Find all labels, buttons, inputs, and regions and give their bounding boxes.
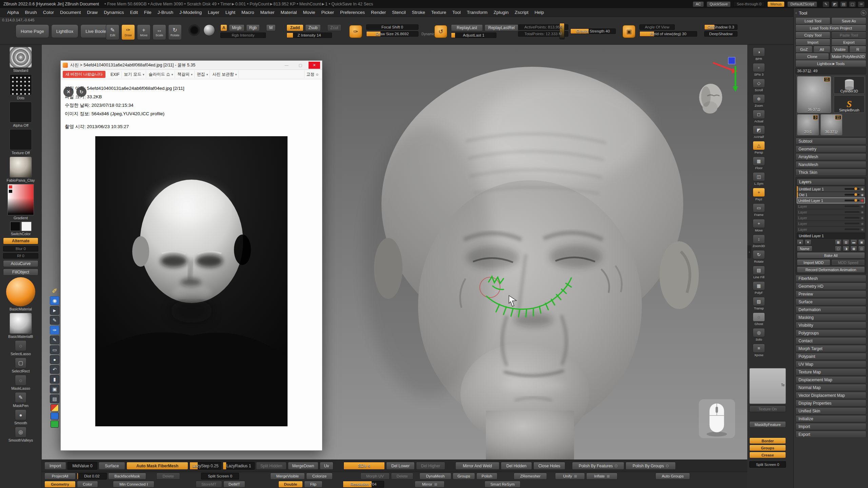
- shelf-zoom[interactable]: ⊕Zoom: [751, 94, 767, 107]
- material-basic[interactable]: BasicMaterial: [6, 277, 35, 311]
- menu-j-brush[interactable]: J-Brush: [154, 9, 176, 16]
- layer-intensity-slider[interactable]: [845, 194, 860, 196]
- layer-intensity-slider[interactable]: [845, 211, 860, 213]
- defaultzscript-button[interactable]: DefaultZScript: [787, 1, 817, 7]
- stroke-dots[interactable]: Dots: [9, 74, 32, 100]
- z-intensity-14-slider[interactable]: Z Intensity 14: [287, 33, 332, 38]
- auto-mask-fibermesh-button[interactable]: Auto Mask FiberMesh: [126, 462, 188, 470]
- tray-blur-0[interactable]: Blur 0: [3, 246, 38, 251]
- m-button[interactable]: M: [266, 24, 276, 31]
- layer-row[interactable]: Untitled Layer 1: [797, 198, 865, 203]
- section-initialize[interactable]: Initialize: [795, 415, 866, 422]
- lazystep-0-25-slider[interactable]: LazyStep 0.25: [190, 462, 221, 470]
- pv-menu-item[interactable]: 보기 모드▾: [122, 70, 146, 78]
- shelf-xpose[interactable]: ≡Xpose: [751, 344, 767, 357]
- layer-eye-icon[interactable]: ◉: [861, 228, 864, 231]
- smooth-thumb[interactable]: ●: [15, 409, 26, 420]
- delmt-button[interactable]: DelMT: [223, 481, 245, 488]
- brush-icon[interactable]: ✑: [858, 1, 865, 7]
- menu-transform[interactable]: Transform: [464, 9, 491, 16]
- blur-0-slider[interactable]: Blur 0: [3, 246, 38, 251]
- section-polypaint[interactable]: Polypaint: [795, 353, 866, 360]
- color-picker-thumb[interactable]: [7, 184, 34, 215]
- pen-icon[interactable]: ✎: [823, 1, 829, 7]
- save-as-button[interactable]: Save As: [831, 17, 866, 24]
- groups-button[interactable]: Groups: [453, 473, 475, 480]
- inflate-button[interactable]: Inflate⊞: [586, 473, 617, 480]
- shelf-transp[interactable]: ▨Transp: [751, 297, 767, 310]
- polish-by-features-button[interactable]: Polish By Features: [572, 462, 624, 470]
- eye-icon[interactable]: ◉: [50, 296, 59, 305]
- switch-color-thumb[interactable]: [10, 222, 32, 231]
- focal-shift-0-slider[interactable]: Focal Shift 0: [366, 24, 418, 30]
- double-button[interactable]: Double: [278, 481, 303, 488]
- draw-size-26-8692-slider[interactable]: Draw Size 26.8692: [366, 31, 418, 37]
- section-visibility[interactable]: Visibility: [795, 322, 866, 329]
- dot-icon[interactable]: ●: [50, 355, 59, 364]
- lazyradius-1-slider[interactable]: LazyRadius 1: [223, 462, 255, 470]
- pen-icon[interactable]: ✎: [50, 316, 59, 325]
- accucurve-button[interactable]: AccuCurve: [3, 260, 38, 267]
- groups-button[interactable]: Groups: [749, 445, 786, 451]
- tray-selectlasso[interactable]: ◌SelectLasso: [11, 340, 31, 356]
- menu-macro[interactable]: Macro: [238, 9, 257, 16]
- menu-brush[interactable]: Brush: [22, 9, 40, 16]
- adjustlast-1-slider[interactable]: AdjustLast 1: [451, 33, 496, 38]
- section-preview[interactable]: Preview: [795, 290, 866, 298]
- objshadow-0-3-slider[interactable]: ObjShadow 0.3: [704, 24, 737, 30]
- layer-down-button[interactable]: ▼: [805, 239, 811, 245]
- ac-button[interactable]: AC: [693, 1, 704, 7]
- new-version-badge[interactable]: 새 버전이 나왔습니다: [63, 71, 105, 78]
- tray-masklasso[interactable]: ◌MaskLasso: [11, 375, 30, 390]
- brush-standard[interactable]: Standard: [9, 47, 32, 73]
- border-button[interactable]: Border: [749, 438, 786, 444]
- zcut-button[interactable]: Zcut: [327, 24, 341, 31]
- ruler-icon[interactable]: ▭: [50, 345, 59, 354]
- gravity-strength-40-slider[interactable]: Gravity Strength 40: [570, 28, 616, 34]
- smart-resym-button[interactable]: Smart ReSym: [485, 481, 520, 488]
- shelf-pxyz[interactable]: +Pxyz: [751, 188, 767, 201]
- delete-layer-icon[interactable]: ▬: [850, 239, 857, 245]
- alternate-button[interactable]: Alternate: [3, 238, 38, 244]
- polish-by-groups-button[interactable]: Polish By Groups: [626, 462, 676, 470]
- edit-mode-button[interactable]: ✎Edit: [106, 24, 119, 40]
- pv-menu-item[interactable]: 사진 보관함▾: [211, 70, 239, 78]
- camera-icon[interactable]: ▣: [50, 385, 59, 393]
- angle-of-view-icon[interactable]: ▣: [623, 25, 635, 38]
- shelf-line-fill[interactable]: ▤Line Fill: [751, 266, 767, 279]
- tray-smooth[interactable]: ●Smooth: [14, 409, 27, 425]
- section-geometry-hd[interactable]: Geometry HD: [795, 283, 866, 290]
- palette-refresh-icon[interactable]: ↻: [861, 10, 866, 16]
- menu-zplugin[interactable]: Zplugin: [491, 9, 512, 16]
- switch-color[interactable]: SwitchColor: [10, 222, 32, 236]
- quicksave-button[interactable]: QuickSave: [707, 1, 731, 7]
- menu-draw[interactable]: Draw: [84, 9, 101, 16]
- import-button[interactable]: Import: [795, 39, 830, 46]
- menu-color[interactable]: Color: [40, 9, 57, 16]
- chevron-left-icon[interactable]: ‹: [795, 11, 797, 15]
- menu-tool[interactable]: Tool: [449, 9, 464, 16]
- section-masking[interactable]: Masking: [795, 314, 866, 321]
- tool-simplebrush[interactable]: S SimpleBrush: [834, 95, 865, 113]
- cursor-icon[interactable]: ►: [50, 306, 59, 315]
- menus-button[interactable]: Menus: [767, 1, 785, 7]
- layer-eye-icon[interactable]: ◉: [861, 193, 864, 197]
- menu-zscript[interactable]: Zscript: [512, 9, 532, 16]
- section-arraymesh[interactable]: ArrayMesh: [795, 153, 866, 160]
- menu-texture[interactable]: Texture: [428, 9, 449, 16]
- menu-edit[interactable]: Edit: [127, 9, 141, 16]
- minimize-icon[interactable]: —: [281, 62, 292, 69]
- menu-picker[interactable]: Picker: [318, 9, 337, 16]
- section-deformation[interactable]: Deformation: [795, 306, 866, 313]
- unify-button[interactable]: Unify⊞: [555, 473, 585, 480]
- material-basicB-thumb[interactable]: [9, 313, 32, 334]
- color-picker[interactable]: Gradient: [7, 184, 34, 220]
- layer-row[interactable]: Layer◉: [797, 221, 865, 226]
- angle-of-view-slider[interactable]: Angle Of View: [639, 24, 675, 30]
- fillobject-button[interactable]: FillObject: [3, 269, 38, 276]
- stroke-icon[interactable]: [189, 24, 200, 36]
- brush-standard-thumb[interactable]: [9, 47, 32, 68]
- draw-mode-button[interactable]: ✑Draw: [121, 24, 135, 40]
- maskbyfeature-button[interactable]: MaskByFeature: [749, 421, 786, 428]
- overlay-close-icon[interactable]: ✕: [63, 87, 74, 97]
